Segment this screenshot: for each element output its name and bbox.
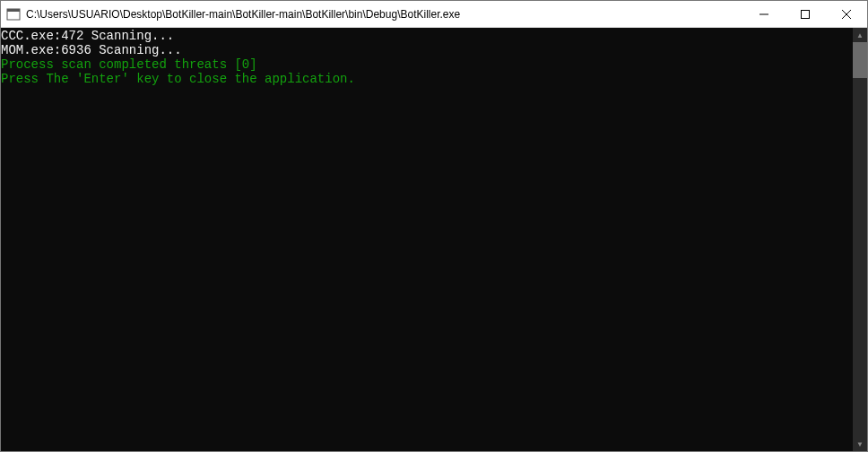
console-area: CCC.exe:472 Scanning...MOM.exe:6936 Scan… — [1, 28, 867, 451]
console-line: Process scan completed threats [0] — [1, 57, 853, 72]
close-button[interactable] — [826, 1, 867, 27]
titlebar[interactable]: C:\Users\USUARIO\Desktop\BotKiller-main\… — [1, 1, 867, 28]
scroll-up-arrow[interactable]: ▲ — [853, 28, 867, 42]
window-controls — [743, 1, 867, 27]
scroll-down-arrow[interactable]: ▼ — [853, 437, 867, 451]
maximize-button[interactable] — [785, 1, 826, 27]
console-line: Press The 'Enter' key to close the appli… — [1, 72, 853, 86]
console-window: C:\Users\USUARIO\Desktop\BotKiller-main\… — [0, 0, 868, 452]
minimize-button[interactable] — [743, 1, 785, 27]
svg-rect-1 — [7, 9, 20, 12]
vertical-scrollbar[interactable]: ▲ ▼ — [853, 28, 867, 451]
app-icon — [6, 7, 21, 22]
console-line: MOM.exe:6936 Scanning... — [1, 43, 853, 57]
window-title: C:\Users\USUARIO\Desktop\BotKiller-main\… — [26, 8, 743, 21]
scrollbar-thumb[interactable] — [853, 42, 867, 78]
console-line: CCC.exe:472 Scanning... — [1, 29, 853, 43]
console-output[interactable]: CCC.exe:472 Scanning...MOM.exe:6936 Scan… — [1, 28, 853, 451]
svg-rect-3 — [802, 10, 810, 18]
